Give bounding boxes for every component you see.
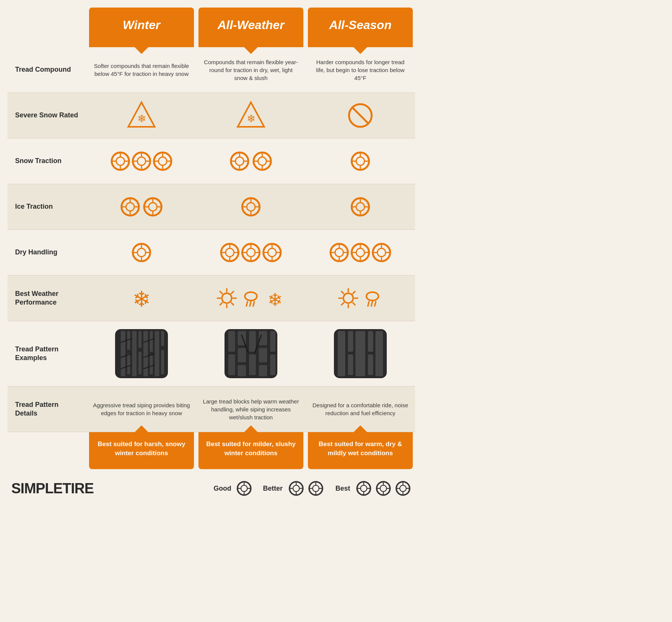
label-snow-traction: Snow Traction — [8, 151, 87, 171]
svg-point-118 — [245, 292, 257, 300]
svg-rect-160 — [238, 365, 246, 376]
tire-icon-dry-aw2 — [241, 243, 261, 262]
tire-icon-2 — [132, 151, 151, 171]
cell-tread-allseason — [308, 321, 413, 386]
row-dry-handling: Dry Handling — [8, 230, 415, 276]
svg-point-37 — [356, 157, 364, 165]
cell-best-weather-winter: ❄ — [89, 276, 194, 321]
snowflake-icon-aw: ❄ — [264, 287, 286, 309]
footer-allweather-text: Best suited for milder, slushy winter co… — [206, 440, 295, 457]
tire-icon-dry-as2 — [351, 243, 370, 262]
text-tread-compound-winter: Softer compounds that remain flexible be… — [93, 62, 190, 78]
footer-winter-text: Best suited for harsh, snowy winter cond… — [98, 440, 185, 457]
cell-ice-traction-winter — [89, 184, 194, 229]
svg-rect-140 — [132, 331, 137, 376]
legend-better-label: Better — [263, 485, 283, 493]
rain-icon-as — [361, 287, 383, 309]
svg-point-109 — [222, 293, 232, 303]
cell-best-weather-allweather: ❄ — [198, 276, 303, 321]
cell-snow-traction-allseason — [308, 139, 413, 184]
svg-line-135 — [375, 302, 376, 306]
sun-icon-as — [337, 287, 359, 309]
legend-best: Best — [335, 481, 411, 496]
svg-rect-175 — [368, 331, 373, 352]
snowflake-big-icon: ❄ — [128, 285, 155, 311]
svg-point-55 — [247, 203, 255, 211]
svg-point-25 — [235, 157, 244, 165]
svg-rect-162 — [249, 354, 256, 375]
tread-allweather-svg — [223, 327, 279, 380]
cell-dry-handling-winter — [89, 230, 194, 275]
svg-point-103 — [377, 248, 386, 257]
mountain-snowflake-allweather-icon: ❄ — [236, 100, 266, 131]
footer-row: Best suited for harsh, snowy winter cond… — [87, 432, 415, 469]
svg-point-185 — [293, 485, 300, 492]
footer-allseason: Best suited for warm, dry & mildly wet c… — [308, 432, 413, 469]
legend-good-tire — [237, 481, 252, 496]
text-tread-details-allweather: Large tread blocks help warm weather han… — [202, 397, 300, 421]
svg-point-123 — [343, 293, 353, 303]
svg-rect-161 — [249, 331, 256, 352]
tire-icon-3 — [153, 151, 172, 171]
svg-line-134 — [371, 302, 372, 306]
winter-label: Winter — [123, 18, 160, 32]
cell-tread-winter — [89, 321, 194, 386]
svg-point-209 — [400, 485, 406, 492]
tire-icon-ice-as1 — [351, 197, 370, 217]
svg-line-116 — [231, 291, 234, 294]
svg-rect-137 — [121, 331, 125, 376]
cell-severe-snow-allseason — [308, 93, 413, 138]
tire-icon-dry-aw1 — [220, 243, 240, 262]
svg-line-119 — [246, 302, 248, 306]
svg-rect-172 — [348, 331, 353, 352]
svg-point-197 — [361, 485, 367, 492]
svg-point-85 — [268, 248, 276, 257]
tire-icon-dry-as3 — [372, 243, 391, 262]
tire-icon-4 — [230, 151, 249, 171]
no-icon — [347, 102, 374, 129]
tire-icon-dry-aw3 — [262, 243, 282, 262]
row-tread-examples: Tread Pattern Examples — [8, 321, 415, 386]
svg-point-19 — [158, 157, 167, 165]
cell-snow-traction-winter — [89, 139, 194, 184]
label-best-weather: Best Weather Performance — [8, 283, 87, 313]
tread-allseason-svg — [332, 327, 389, 380]
svg-line-120 — [250, 302, 251, 306]
footer-winter: Best suited for harsh, snowy winter cond… — [89, 432, 194, 469]
text-tread-compound-allweather: Compounds that remain flexible year-roun… — [202, 58, 300, 82]
data-rows: Tread Compound Softer compounds that rem… — [8, 47, 415, 432]
svg-text:❄: ❄ — [132, 287, 151, 311]
svg-line-131 — [341, 303, 344, 305]
svg-line-115 — [231, 303, 234, 305]
tire-icon-dry-as1 — [329, 243, 349, 262]
brand-logo: SIMPLETIRE — [11, 480, 94, 497]
svg-rect-148 — [161, 350, 164, 374]
tire-icon-dry-w1 — [132, 243, 151, 262]
svg-point-49 — [149, 203, 157, 211]
allseason-label: All-Season — [329, 18, 391, 32]
label-tread-details: Tread Pattern Details — [8, 394, 87, 424]
col-header-winter: Winter — [89, 8, 194, 47]
sun-icon-aw — [216, 287, 238, 309]
allweather-label: All-Weather — [217, 18, 284, 32]
svg-point-7 — [116, 157, 125, 165]
legend-good-label: Good — [214, 485, 231, 493]
cell-tread-details-winter: Aggressive tread siping provides biting … — [89, 386, 194, 432]
cell-tread-compound-winter: Softer compounds that remain flexible be… — [89, 47, 194, 92]
label-tread-compound: Tread Compound — [8, 59, 87, 80]
svg-point-79 — [247, 248, 255, 257]
svg-line-130 — [353, 291, 355, 294]
legend-better-tire-2 — [308, 481, 323, 496]
legend: Good Better Best — [214, 481, 411, 496]
cell-tread-compound-allweather: Compounds that remain flexible year-roun… — [198, 47, 303, 92]
label-dry-handling: Dry Handling — [8, 242, 87, 263]
row-snow-traction: Snow Traction — [8, 139, 415, 184]
svg-point-97 — [356, 248, 364, 257]
svg-point-91 — [335, 248, 343, 257]
legend-good: Good — [214, 481, 252, 496]
text-tread-details-winter: Aggressive tread siping provides biting … — [93, 401, 190, 417]
svg-rect-173 — [348, 354, 353, 375]
svg-rect-139 — [127, 354, 130, 374]
svg-rect-159 — [238, 348, 246, 362]
svg-rect-171 — [338, 331, 345, 376]
